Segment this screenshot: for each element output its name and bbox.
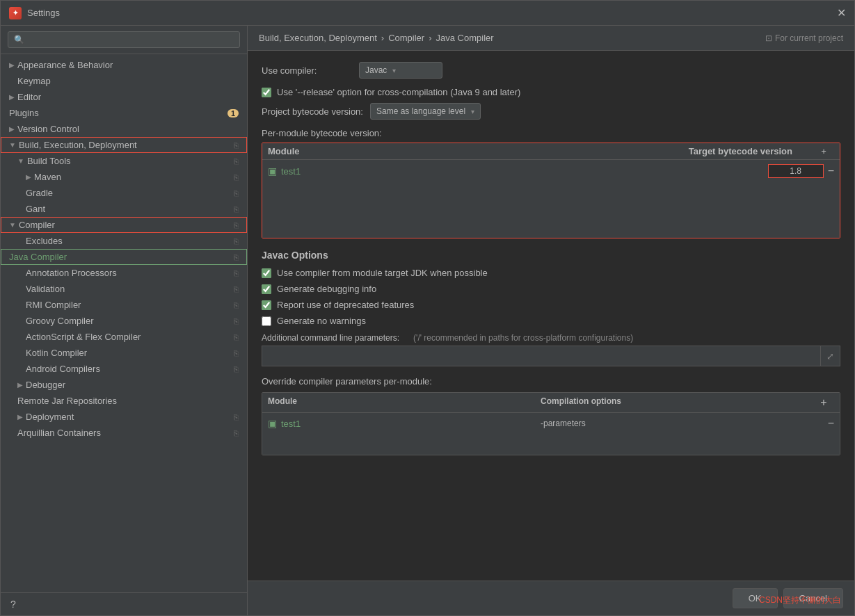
table-row: ▣ test1 − xyxy=(262,160,840,182)
arrow-icon: ▶ xyxy=(17,413,23,421)
breadcrumb-part-2: Compiler xyxy=(388,33,424,43)
breadcrumb-bar: Build, Execution, Deployment › Compiler … xyxy=(248,26,854,51)
target-cell: − xyxy=(695,164,834,178)
arrow-icon: ▶ xyxy=(26,173,31,181)
search-input[interactable] xyxy=(8,31,240,48)
generate-debugging-info-checkbox[interactable] xyxy=(262,284,271,294)
cmd-input-field[interactable] xyxy=(262,346,821,366)
remove-module-button[interactable]: − xyxy=(828,165,834,177)
sidebar-item-label: Excludes xyxy=(26,236,63,246)
copy-icon: ⎘ xyxy=(234,317,239,325)
option-use-compiler-module-row: Use compiler from module target JDK when… xyxy=(262,268,840,278)
override-table: Module Compilation options + ▣ test1 -pa… xyxy=(262,392,840,455)
sidebar-item-appearance[interactable]: ▶ Appearance & Behavior xyxy=(1,57,247,73)
sidebar-item-plugins[interactable]: Plugins 1 xyxy=(1,105,247,121)
expand-button[interactable]: ⤢ xyxy=(821,346,840,366)
sidebar-item-compiler[interactable]: ▼ Compiler ⎘ xyxy=(1,217,247,233)
generate-no-warnings-label: Generate no warnings xyxy=(277,316,366,326)
copy-icon: ⎘ xyxy=(234,253,239,261)
bytecode-table: Module Target bytecode version + ▣ test1… xyxy=(262,143,840,238)
add-module-button[interactable]: + xyxy=(813,146,834,156)
chevron-down-icon: ▾ xyxy=(471,108,474,115)
copy-icon: ⎘ xyxy=(234,365,239,373)
cross-compilation-checkbox[interactable] xyxy=(262,88,271,97)
sidebar-item-gradle[interactable]: Gradle ⎘ xyxy=(1,185,247,201)
sidebar-item-label: Android Compilers xyxy=(26,364,100,374)
sidebar-item-label: Build Tools xyxy=(27,156,71,166)
remove-override-button[interactable]: − xyxy=(813,417,834,430)
sidebar-item-actionscript-flex[interactable]: ActionScript & Flex Compiler ⎘ xyxy=(1,329,247,345)
sidebar-item-label: Remote Jar Repositories xyxy=(17,396,117,406)
compiler-dropdown[interactable]: Javac ▾ xyxy=(359,62,442,79)
sidebar-item-label: Debugger xyxy=(26,380,65,390)
use-compiler-label: Use compiler: xyxy=(262,65,352,76)
generate-no-warnings-checkbox[interactable] xyxy=(262,316,271,326)
sidebar-item-deployment[interactable]: ▶ Deployment ⎘ xyxy=(1,409,247,425)
add-override-button[interactable]: + xyxy=(813,396,834,409)
sidebar-item-label: Keymap xyxy=(17,76,51,86)
sidebar-item-label: Editor xyxy=(17,92,41,102)
report-deprecated-checkbox[interactable] xyxy=(262,300,271,310)
sidebar-item-label: Arquillian Containers xyxy=(17,428,101,438)
sidebar-item-arquillian[interactable]: Arquillian Containers ⎘ xyxy=(1,425,247,441)
sidebar-item-remote-jar[interactable]: Remote Jar Repositories xyxy=(1,393,247,409)
app-icon: ✦ xyxy=(9,7,22,19)
project-icon: ⊡ xyxy=(765,33,772,43)
sidebar-item-label: Compiler xyxy=(19,220,55,230)
plugins-badge: 1 xyxy=(227,109,239,117)
sidebar-item-label: Deployment xyxy=(26,412,74,422)
sidebar-item-version-control[interactable]: ▶ Version Control xyxy=(1,121,247,137)
sidebar-item-validation[interactable]: Validation ⎘ xyxy=(1,281,247,297)
use-compiler-module-checkbox[interactable] xyxy=(262,268,271,278)
main-content: ▶ Appearance & Behavior Keymap ▶ Editor … xyxy=(1,26,854,615)
window-title: Settings xyxy=(27,8,837,18)
sidebar-item-kotlin-compiler[interactable]: Kotlin Compiler ⎘ xyxy=(1,345,247,361)
sidebar-item-gant[interactable]: Gant ⎘ xyxy=(1,201,247,217)
sidebar-item-label: Appearance & Behavior xyxy=(17,60,113,70)
copy-icon: ⎘ xyxy=(234,173,239,181)
sidebar-item-debugger[interactable]: ▶ Debugger xyxy=(1,377,247,393)
override-compilation-cell: -parameters xyxy=(541,419,813,428)
help-icon[interactable]: ? xyxy=(10,599,16,610)
breadcrumb: Build, Execution, Deployment › Compiler … xyxy=(259,33,494,43)
sidebar-item-label: ActionScript & Flex Compiler xyxy=(26,332,141,342)
sidebar-item-maven[interactable]: ▶ Maven ⎘ xyxy=(1,169,247,185)
override-module-name: test1 xyxy=(281,419,301,429)
cmd-hint: ('/' recommended in paths for cross-plat… xyxy=(413,333,633,343)
close-button[interactable]: ✕ xyxy=(837,6,846,19)
arrow-icon: ▶ xyxy=(9,93,15,101)
copy-icon: ⎘ xyxy=(234,413,239,421)
sidebar-item-groovy-compiler[interactable]: Groovy Compiler ⎘ xyxy=(1,313,247,329)
sidebar-item-label: Version Control xyxy=(17,124,79,134)
sidebar-item-annotation-processors[interactable]: Annotation Processors ⎘ xyxy=(1,265,247,281)
sidebar-item-keymap[interactable]: Keymap xyxy=(1,73,247,89)
bytecode-table-header: Module Target bytecode version + xyxy=(262,143,840,160)
module-cell: ▣ test1 xyxy=(268,165,695,177)
sidebar-item-rmi-compiler[interactable]: RMI Compiler ⎘ xyxy=(1,297,247,313)
arrow-icon: ▶ xyxy=(9,61,15,69)
empty-table-area xyxy=(262,182,840,238)
cmd-params-row: Additional command line parameters: ('/'… xyxy=(262,333,840,343)
cmd-input-row: ⤢ xyxy=(262,346,840,366)
sidebar-item-editor[interactable]: ▶ Editor xyxy=(1,89,247,105)
use-compiler-row: Use compiler: Javac ▾ xyxy=(262,62,840,79)
bytecode-version-value: Same as language level xyxy=(376,106,465,116)
generate-debugging-info-label: Generate debugging info xyxy=(277,284,376,294)
override-table-row: ▣ test1 -parameters − xyxy=(262,413,840,434)
sidebar-item-android-compilers[interactable]: Android Compilers ⎘ xyxy=(1,361,247,377)
sidebar-item-java-compiler[interactable]: Java Compiler ⎘ xyxy=(1,249,247,265)
sidebar-item-build-exec[interactable]: ▼ Build, Execution, Deployment ⎘ xyxy=(1,137,247,153)
copy-icon: ⎘ xyxy=(234,141,239,149)
arrow-icon: ▼ xyxy=(17,157,24,165)
sidebar-item-build-tools[interactable]: ▼ Build Tools ⎘ xyxy=(1,153,247,169)
sidebar-item-excludes[interactable]: Excludes ⎘ xyxy=(1,233,247,249)
target-version-input[interactable] xyxy=(768,164,824,178)
copy-icon: ⎘ xyxy=(234,237,239,245)
sidebar-list: ▶ Appearance & Behavior Keymap ▶ Editor … xyxy=(1,54,247,592)
bytecode-version-label: Project bytecode version: xyxy=(262,106,363,117)
bytecode-version-dropdown[interactable]: Same as language level ▾ xyxy=(370,103,481,120)
cmd-params-label: Additional command line parameters: xyxy=(262,333,399,343)
option-no-warnings-row: Generate no warnings xyxy=(262,316,840,326)
breadcrumb-sep-2: › xyxy=(429,33,431,43)
copy-icon: ⎘ xyxy=(234,269,239,277)
